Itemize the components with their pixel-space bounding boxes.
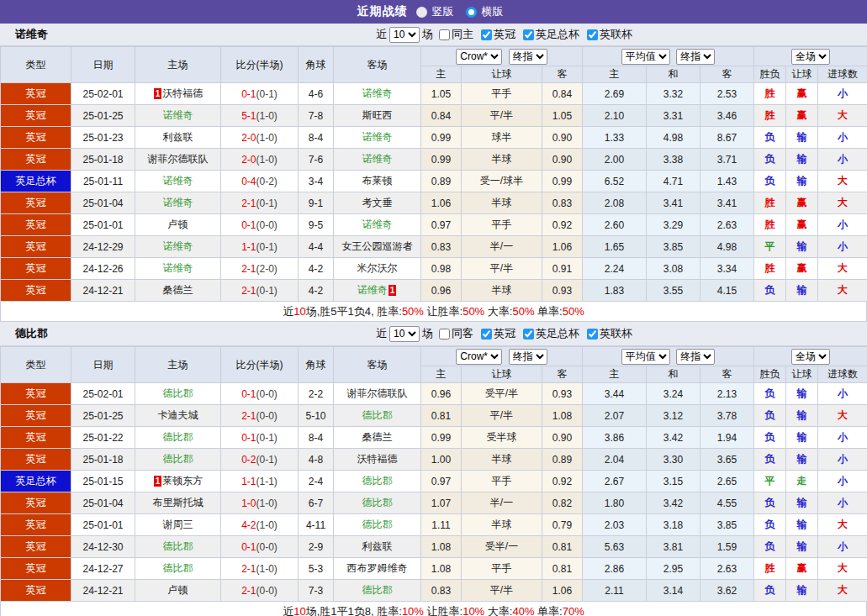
team-name-text: 利兹联 <box>163 131 193 143</box>
result-cell: 大 <box>818 405 867 427</box>
europe-odds-cell: 3.41 <box>647 192 700 214</box>
score-cell: 0-1(0-0) <box>221 214 299 236</box>
league-type-cell: 英冠 <box>1 514 71 536</box>
match-count-select[interactable]: 10 <box>389 27 420 43</box>
team-name: 德比郡 <box>15 322 48 345</box>
result-cell: 负 <box>754 405 786 427</box>
result-cell: 小 <box>818 492 867 514</box>
fa-cup-checkbox[interactable] <box>523 329 534 340</box>
handicap-odds-cell: 0.83 <box>542 192 583 214</box>
europe-odds-cell: 3.41 <box>700 192 754 214</box>
efl-cup-checkbox[interactable] <box>587 29 598 40</box>
handicap-odds-cell: 0.92 <box>542 471 583 492</box>
score-cell: 4-2(1-0) <box>221 514 299 536</box>
handicap-odds-cell: 半球 <box>462 449 542 471</box>
league-type-cell: 英冠 <box>1 427 71 449</box>
crow-company-select[interactable]: Crow* <box>456 349 502 365</box>
team-name-text: 诺维奇 <box>163 240 193 252</box>
europe-odds-cell: 2.63 <box>700 558 754 580</box>
average-select[interactable]: 平均值 <box>621 49 670 65</box>
result-group-header: 全场 <box>754 347 867 366</box>
match-row: 英冠25-01-22德比郡0-1(0-1)8-4桑德兰0.99受半球0.903.… <box>1 427 867 449</box>
league-championship-checkbox[interactable] <box>481 29 492 40</box>
efl-cup-checkbox[interactable] <box>587 329 598 340</box>
same-venue-checkbox[interactable] <box>439 29 450 40</box>
away-team-cell: 诺维奇 <box>334 214 421 236</box>
half-time-score: (1-0) <box>256 519 278 531</box>
col-header-avg-draw: 和 <box>647 366 700 383</box>
team-name-text: 桑德兰 <box>362 431 393 443</box>
score-cell: 1-0(1-0) <box>221 492 299 514</box>
same-venue-label: 同主 <box>452 24 473 45</box>
summary-text: 10% <box>463 605 484 616</box>
final-odds-select[interactable]: 终指 <box>509 349 547 365</box>
league-type-cell: 英冠 <box>1 449 71 471</box>
europe-odds-cell: 1.65 <box>583 236 647 258</box>
result-cell: 输 <box>786 280 818 302</box>
team-name-text: 诺维奇 <box>163 109 193 121</box>
crow-company-select[interactable]: Crow* <box>456 49 502 65</box>
final-odds-select-2[interactable]: 终指 <box>676 49 715 65</box>
match-row: 英冠24-12-21桑德兰2-1(0-1)4-2诺维奇10.96半球0.931.… <box>1 280 867 302</box>
home-team-cell: 1莱顿东方 <box>135 471 221 492</box>
team-name-text: 诺维奇 <box>163 175 193 187</box>
handicap-odds-cell: 0.98 <box>421 258 462 280</box>
summary-text: 10 <box>293 605 305 616</box>
team-name-text: 布里斯托城 <box>153 497 204 508</box>
match-count-select[interactable]: 10 <box>389 326 420 342</box>
europe-odds-cell: 3.55 <box>647 280 700 302</box>
handicap-odds-cell: 平手 <box>462 471 542 492</box>
match-row: 英冠25-01-25卡迪夫城2-1(0-0)5-10德比郡0.81平/半1.08… <box>1 405 867 427</box>
scope-select[interactable]: 全场 <box>791 349 830 365</box>
europe-odds-cell: 3.44 <box>583 383 647 405</box>
result-cell: 输 <box>786 236 818 258</box>
col-header-date: 日期 <box>71 47 135 83</box>
average-select[interactable]: 平均值 <box>621 349 670 365</box>
summary-text: 单率: <box>534 305 562 318</box>
same-venue-checkbox[interactable] <box>439 329 450 340</box>
europe-odds-cell: 3.85 <box>700 514 754 536</box>
home-team-cell: 诺维奇 <box>135 236 221 258</box>
final-odds-select-2[interactable]: 终指 <box>676 349 715 365</box>
match-date-cell: 24-12-21 <box>71 580 135 602</box>
fa-cup-checkbox[interactable] <box>523 29 534 40</box>
final-odds-select[interactable]: 终指 <box>509 49 547 65</box>
vertical-layout-radio[interactable] <box>416 7 427 18</box>
team-name-text: 德比郡 <box>163 540 193 552</box>
home-team-cell: 德比郡 <box>135 558 221 580</box>
horizontal-layout-radio[interactable] <box>466 7 477 18</box>
europe-odds-cell: 4.98 <box>700 236 754 258</box>
col-header-handicap-result: 让球 <box>786 66 818 83</box>
away-team-cell: 诺维奇 <box>334 149 421 171</box>
europe-odds-cell: 3.65 <box>700 449 754 471</box>
team-record-block-derby: 德比郡 近 10 场 同客 英冠 英足总杯 英联杯 类型 日期 主场 <box>0 322 867 616</box>
europe-odds-cell: 3.42 <box>647 492 700 514</box>
result-cell: 小 <box>818 83 867 105</box>
europe-odds-cell: 8.67 <box>700 127 754 149</box>
same-venue-label: 同客 <box>452 322 473 345</box>
result-cell: 胜 <box>754 258 786 280</box>
efl-cup-label: 英联杯 <box>600 24 632 45</box>
matches-label: 场 <box>422 24 433 45</box>
handicap-odds-cell: 1.08 <box>542 405 583 427</box>
full-time-score: 1-0 <box>241 498 256 509</box>
result-cell: 小 <box>818 214 867 236</box>
summary-text: 场,胜1平1负8, 胜率: <box>306 605 402 616</box>
col-header-avg-draw: 和 <box>647 66 700 83</box>
half-time-score: (0-0) <box>256 219 278 231</box>
europe-odds-cell: 3.86 <box>583 427 647 449</box>
result-cell: 小 <box>818 236 867 258</box>
scope-select[interactable]: 全场 <box>791 49 830 65</box>
full-time-score: 2-0 <box>241 132 256 144</box>
league-type-cell: 英冠 <box>1 258 71 280</box>
result-cell: 胜 <box>754 192 786 214</box>
result-cell: 输 <box>786 492 818 514</box>
league-championship-checkbox[interactable] <box>481 329 492 340</box>
result-cell: 赢 <box>786 214 818 236</box>
match-row: 英冠24-12-21卢顿2-1(0-0)7-3德比郡0.83平/半1.062.1… <box>1 580 867 602</box>
team-name-text: 沃特福德 <box>357 453 398 465</box>
match-date-cell: 24-12-30 <box>71 536 135 558</box>
league-championship-label: 英冠 <box>494 322 515 345</box>
europe-odds-cell: 4.98 <box>647 127 700 149</box>
match-date-cell: 25-01-18 <box>71 449 135 471</box>
